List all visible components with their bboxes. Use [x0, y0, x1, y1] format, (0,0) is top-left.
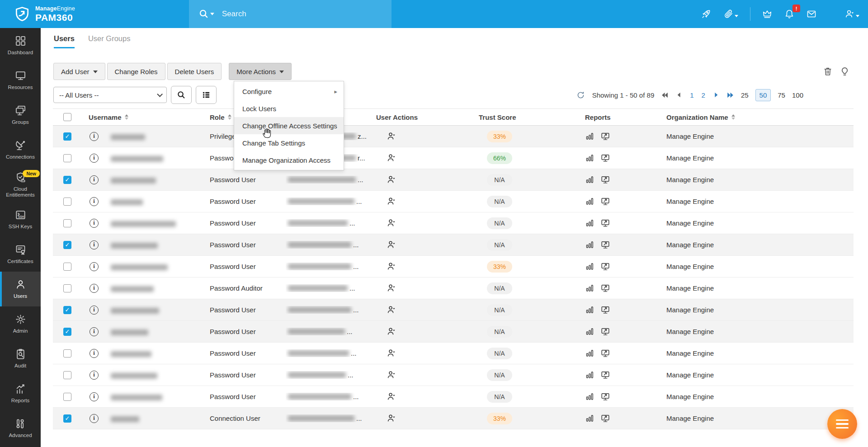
menu-item-manage-organization-access[interactable]: Manage Organization Access — [234, 151, 344, 169]
sidebar-item-reports[interactable]: Reports — [0, 376, 41, 411]
user-actions-icon[interactable] — [376, 348, 473, 358]
last-page-button[interactable] — [726, 91, 734, 99]
menu-item-change-tab-settings[interactable]: Change Tab Settings — [234, 134, 344, 151]
row-checkbox[interactable] — [63, 349, 71, 358]
info-icon[interactable]: i — [90, 349, 99, 358]
screen-report-icon[interactable] — [600, 305, 610, 315]
add-user-button[interactable]: Add User — [53, 63, 105, 80]
menu-item-change-offline-access-settings[interactable]: Change Offline Access Settings — [234, 117, 344, 134]
user-actions-icon[interactable] — [376, 391, 473, 402]
row-checkbox[interactable] — [63, 198, 71, 206]
brand-logo[interactable]: ManageEngine PAM360 — [0, 5, 75, 23]
chat-fab-button[interactable] — [827, 409, 857, 439]
bar-chart-report-icon[interactable] — [585, 153, 594, 163]
sidebar-item-certificates[interactable]: Certificates — [0, 237, 41, 272]
tab-users[interactable]: Users — [54, 34, 75, 48]
bar-chart-report-icon[interactable] — [585, 218, 594, 228]
select-all-checkbox[interactable] — [63, 113, 71, 121]
bar-chart-report-icon[interactable] — [585, 197, 594, 207]
prev-page-button[interactable] — [675, 91, 683, 99]
user-actions-icon[interactable] — [376, 153, 473, 163]
info-icon[interactable]: i — [90, 132, 99, 141]
page-size-50[interactable]: 50 — [755, 89, 771, 101]
row-checkbox[interactable] — [63, 393, 71, 401]
bar-chart-report-icon[interactable] — [585, 305, 594, 315]
first-page-button[interactable] — [661, 91, 669, 99]
page-size-25[interactable]: 25 — [741, 91, 749, 99]
delete-users-button[interactable]: Delete Users — [167, 63, 222, 80]
sidebar-item-dashboard[interactable]: Dashboard — [0, 28, 41, 63]
row-checkbox[interactable]: ✓ — [63, 328, 71, 336]
bar-chart-report-icon[interactable] — [585, 283, 594, 293]
sidebar-item-groups[interactable]: Groups — [0, 98, 41, 132]
bar-chart-report-icon[interactable] — [585, 240, 594, 250]
user-actions-icon[interactable] — [376, 326, 473, 337]
user-actions-icon[interactable] — [376, 305, 473, 315]
user-actions-icon[interactable] — [376, 131, 473, 141]
menu-item-configure[interactable]: Configure▸ — [234, 83, 344, 100]
bar-chart-report-icon[interactable] — [585, 175, 594, 185]
menu-item-lock-users[interactable]: Lock Users — [234, 100, 344, 117]
info-icon[interactable]: i — [90, 240, 99, 249]
screen-report-icon[interactable] — [600, 240, 610, 250]
user-actions-icon[interactable] — [376, 283, 473, 293]
info-icon[interactable]: i — [90, 262, 99, 271]
row-checkbox[interactable]: ✓ — [63, 132, 71, 141]
tab-user-groups[interactable]: User Groups — [88, 34, 131, 48]
user-actions-icon[interactable] — [376, 370, 473, 380]
info-icon[interactable]: i — [90, 327, 99, 336]
bar-chart-report-icon[interactable] — [585, 392, 594, 402]
header-username[interactable]: Username — [89, 113, 202, 121]
screen-report-icon[interactable] — [600, 175, 610, 185]
row-checkbox[interactable]: ✓ — [63, 176, 71, 184]
info-icon[interactable]: i — [90, 154, 99, 163]
user-actions-icon[interactable] — [376, 218, 473, 228]
info-icon[interactable]: i — [90, 284, 99, 293]
page-size-100[interactable]: 100 — [792, 91, 803, 99]
info-icon[interactable]: i — [90, 371, 99, 380]
row-checkbox[interactable] — [63, 284, 71, 292]
sidebar-item-cloud-entitlements[interactable]: Cloud EntitlementsNew — [0, 167, 41, 202]
info-icon[interactable]: i — [90, 197, 99, 206]
mail-icon[interactable] — [806, 9, 817, 19]
next-page-button[interactable] — [712, 91, 720, 99]
more-actions-button[interactable]: More Actions — [229, 63, 292, 80]
info-icon[interactable]: i — [90, 392, 99, 401]
info-icon[interactable]: i — [90, 414, 99, 423]
bar-chart-report-icon[interactable] — [585, 327, 594, 337]
screen-report-icon[interactable] — [600, 348, 610, 358]
header-organization-name[interactable]: Organization Name — [652, 113, 854, 121]
user-actions-icon[interactable] — [376, 196, 473, 207]
info-icon[interactable]: i — [90, 306, 99, 315]
row-checkbox[interactable] — [63, 219, 71, 227]
sidebar-item-resources[interactable]: Resources — [0, 63, 41, 98]
row-checkbox[interactable]: ✓ — [63, 241, 71, 249]
screen-report-icon[interactable] — [600, 218, 610, 228]
bulb-icon[interactable] — [840, 66, 850, 77]
user-actions-icon[interactable] — [376, 413, 473, 423]
bar-chart-report-icon[interactable] — [585, 414, 594, 423]
sidebar-item-admin[interactable]: Admin — [0, 306, 41, 341]
screen-report-icon[interactable] — [600, 283, 610, 293]
screen-report-icon[interactable] — [600, 197, 610, 207]
bar-chart-report-icon[interactable] — [585, 262, 594, 272]
info-icon[interactable]: i — [90, 219, 99, 228]
sidebar-item-connections[interactable]: Connections — [0, 132, 41, 167]
row-checkbox[interactable] — [63, 154, 71, 162]
row-checkbox[interactable] — [63, 263, 71, 271]
screen-report-icon[interactable] — [600, 414, 610, 423]
row-checkbox[interactable] — [63, 371, 71, 379]
row-checkbox[interactable]: ✓ — [63, 306, 71, 314]
screen-report-icon[interactable] — [600, 153, 610, 163]
trash-icon[interactable] — [823, 66, 833, 76]
user-filter-select[interactable]: -- All Users -- — [53, 87, 167, 103]
filter-search-button[interactable] — [171, 86, 192, 104]
bar-chart-report-icon[interactable] — [585, 132, 594, 141]
screen-report-icon[interactable] — [600, 370, 610, 380]
screen-report-icon[interactable] — [600, 392, 610, 402]
bar-chart-report-icon[interactable] — [585, 348, 594, 358]
global-search-input[interactable]: Search — [189, 0, 392, 28]
refresh-icon[interactable] — [576, 90, 585, 100]
sidebar-item-ssh-keys[interactable]: SSHSSH Keys — [0, 202, 41, 237]
sidebar-item-audit[interactable]: Audit — [0, 341, 41, 376]
